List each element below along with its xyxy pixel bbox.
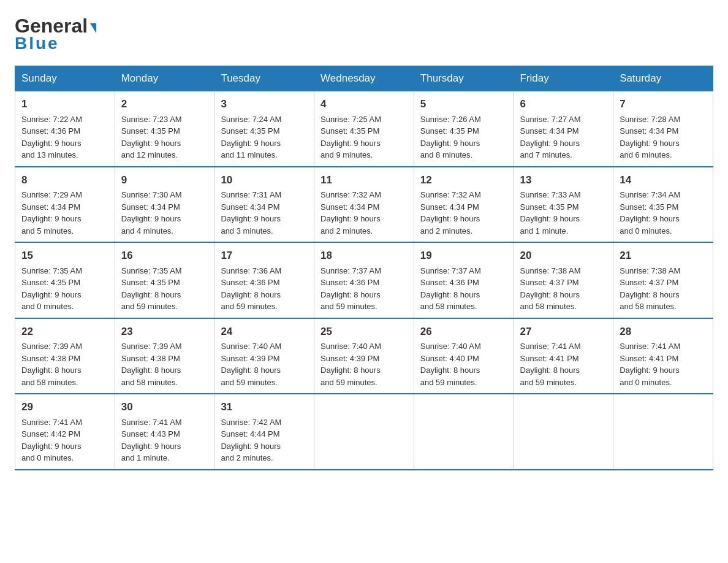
day-info: Sunrise: 7:41 AM Sunset: 4:43 PM Dayligh… (121, 416, 208, 464)
weekday-header-sunday: Sunday (15, 66, 115, 91)
calendar-cell: 9 Sunrise: 7:30 AM Sunset: 4:34 PM Dayli… (115, 167, 214, 243)
day-number: 18 (320, 248, 408, 264)
logo-triangle-icon (90, 23, 96, 33)
day-number: 15 (21, 248, 108, 264)
day-info: Sunrise: 7:37 AM Sunset: 4:36 PM Dayligh… (320, 265, 408, 313)
day-number: 14 (620, 172, 707, 188)
calendar-cell: 1 Sunrise: 7:22 AM Sunset: 4:36 PM Dayli… (15, 91, 115, 167)
day-number: 30 (121, 399, 208, 415)
calendar-cell: 27 Sunrise: 7:41 AM Sunset: 4:41 PM Dayl… (514, 318, 613, 394)
day-info: Sunrise: 7:40 AM Sunset: 4:39 PM Dayligh… (221, 340, 308, 388)
day-info: Sunrise: 7:33 AM Sunset: 4:35 PM Dayligh… (520, 189, 607, 237)
day-number: 20 (520, 248, 607, 264)
day-number: 24 (221, 324, 308, 340)
calendar-cell: 16 Sunrise: 7:35 AM Sunset: 4:35 PM Dayl… (115, 242, 214, 318)
day-info: Sunrise: 7:31 AM Sunset: 4:34 PM Dayligh… (221, 189, 308, 237)
day-info: Sunrise: 7:37 AM Sunset: 4:36 PM Dayligh… (420, 265, 507, 313)
day-number: 5 (420, 96, 507, 112)
day-info: Sunrise: 7:42 AM Sunset: 4:44 PM Dayligh… (221, 416, 308, 464)
calendar-cell: 12 Sunrise: 7:32 AM Sunset: 4:34 PM Dayl… (414, 167, 514, 243)
day-info: Sunrise: 7:27 AM Sunset: 4:34 PM Dayligh… (520, 113, 607, 161)
calendar-cell: 21 Sunrise: 7:38 AM Sunset: 4:37 PM Dayl… (613, 242, 713, 318)
calendar-cell: 3 Sunrise: 7:24 AM Sunset: 4:35 PM Dayli… (214, 91, 314, 167)
weekday-header-friday: Friday (514, 66, 613, 91)
day-info: Sunrise: 7:23 AM Sunset: 4:35 PM Dayligh… (121, 113, 208, 161)
calendar-cell: 13 Sunrise: 7:33 AM Sunset: 4:35 PM Dayl… (514, 167, 613, 243)
weekday-header-tuesday: Tuesday (214, 66, 314, 91)
calendar-week-row: 22 Sunrise: 7:39 AM Sunset: 4:38 PM Dayl… (15, 318, 713, 394)
day-number: 7 (620, 96, 707, 112)
day-info: Sunrise: 7:32 AM Sunset: 4:34 PM Dayligh… (320, 189, 408, 237)
weekday-header-saturday: Saturday (613, 66, 713, 91)
calendar-cell (314, 394, 414, 470)
calendar-cell: 7 Sunrise: 7:28 AM Sunset: 4:34 PM Dayli… (613, 91, 713, 167)
calendar-cell: 22 Sunrise: 7:39 AM Sunset: 4:38 PM Dayl… (15, 318, 115, 394)
calendar-cell (514, 394, 613, 470)
calendar-cell: 18 Sunrise: 7:37 AM Sunset: 4:36 PM Dayl… (314, 242, 414, 318)
calendar-cell: 26 Sunrise: 7:40 AM Sunset: 4:40 PM Dayl… (414, 318, 514, 394)
calendar-cell: 28 Sunrise: 7:41 AM Sunset: 4:41 PM Dayl… (613, 318, 713, 394)
day-number: 1 (21, 96, 108, 112)
day-info: Sunrise: 7:38 AM Sunset: 4:37 PM Dayligh… (620, 265, 707, 313)
day-number: 27 (520, 324, 607, 340)
page-header: General Blue (15, 15, 713, 53)
calendar-cell: 6 Sunrise: 7:27 AM Sunset: 4:34 PM Dayli… (514, 91, 613, 167)
day-number: 13 (520, 172, 607, 188)
day-info: Sunrise: 7:39 AM Sunset: 4:38 PM Dayligh… (21, 340, 108, 388)
calendar-cell: 30 Sunrise: 7:41 AM Sunset: 4:43 PM Dayl… (115, 394, 214, 470)
calendar-cell: 15 Sunrise: 7:35 AM Sunset: 4:35 PM Dayl… (15, 242, 115, 318)
logo: General Blue (15, 15, 96, 53)
calendar-week-row: 1 Sunrise: 7:22 AM Sunset: 4:36 PM Dayli… (15, 91, 713, 167)
day-info: Sunrise: 7:29 AM Sunset: 4:34 PM Dayligh… (21, 189, 108, 237)
calendar-cell: 31 Sunrise: 7:42 AM Sunset: 4:44 PM Dayl… (214, 394, 314, 470)
day-info: Sunrise: 7:35 AM Sunset: 4:35 PM Dayligh… (121, 265, 208, 313)
day-info: Sunrise: 7:24 AM Sunset: 4:35 PM Dayligh… (221, 113, 308, 161)
day-info: Sunrise: 7:22 AM Sunset: 4:36 PM Dayligh… (21, 113, 108, 161)
calendar-week-row: 15 Sunrise: 7:35 AM Sunset: 4:35 PM Dayl… (15, 242, 713, 318)
day-info: Sunrise: 7:26 AM Sunset: 4:35 PM Dayligh… (420, 113, 507, 161)
day-number: 16 (121, 248, 208, 264)
day-number: 9 (121, 172, 208, 188)
calendar-week-row: 8 Sunrise: 7:29 AM Sunset: 4:34 PM Dayli… (15, 167, 713, 243)
day-number: 22 (21, 324, 108, 340)
day-info: Sunrise: 7:40 AM Sunset: 4:40 PM Dayligh… (420, 340, 507, 388)
calendar-cell: 8 Sunrise: 7:29 AM Sunset: 4:34 PM Dayli… (15, 167, 115, 243)
day-number: 31 (221, 399, 308, 415)
calendar-cell: 5 Sunrise: 7:26 AM Sunset: 4:35 PM Dayli… (414, 91, 514, 167)
calendar-cell: 11 Sunrise: 7:32 AM Sunset: 4:34 PM Dayl… (314, 167, 414, 243)
day-number: 17 (221, 248, 308, 264)
day-info: Sunrise: 7:30 AM Sunset: 4:34 PM Dayligh… (121, 189, 208, 237)
logo-blue: Blue (15, 34, 59, 53)
day-number: 6 (520, 96, 607, 112)
day-info: Sunrise: 7:28 AM Sunset: 4:34 PM Dayligh… (620, 113, 707, 161)
calendar-cell: 10 Sunrise: 7:31 AM Sunset: 4:34 PM Dayl… (214, 167, 314, 243)
day-number: 8 (21, 172, 108, 188)
day-number: 26 (420, 324, 507, 340)
calendar-week-row: 29 Sunrise: 7:41 AM Sunset: 4:42 PM Dayl… (15, 394, 713, 470)
calendar-cell: 20 Sunrise: 7:38 AM Sunset: 4:37 PM Dayl… (514, 242, 613, 318)
weekday-header-wednesday: Wednesday (314, 66, 414, 91)
day-info: Sunrise: 7:41 AM Sunset: 4:42 PM Dayligh… (21, 416, 108, 464)
day-info: Sunrise: 7:32 AM Sunset: 4:34 PM Dayligh… (420, 189, 507, 237)
day-number: 23 (121, 324, 208, 340)
day-info: Sunrise: 7:41 AM Sunset: 4:41 PM Dayligh… (620, 340, 707, 388)
day-info: Sunrise: 7:36 AM Sunset: 4:36 PM Dayligh… (221, 265, 308, 313)
calendar-cell: 2 Sunrise: 7:23 AM Sunset: 4:35 PM Dayli… (115, 91, 214, 167)
day-info: Sunrise: 7:40 AM Sunset: 4:39 PM Dayligh… (320, 340, 408, 388)
day-info: Sunrise: 7:41 AM Sunset: 4:41 PM Dayligh… (520, 340, 607, 388)
day-number: 12 (420, 172, 507, 188)
calendar-cell: 14 Sunrise: 7:34 AM Sunset: 4:35 PM Dayl… (613, 167, 713, 243)
day-number: 10 (221, 172, 308, 188)
day-number: 29 (21, 399, 108, 415)
calendar-cell (414, 394, 514, 470)
day-number: 19 (420, 248, 507, 264)
calendar-cell: 24 Sunrise: 7:40 AM Sunset: 4:39 PM Dayl… (214, 318, 314, 394)
calendar-cell: 23 Sunrise: 7:39 AM Sunset: 4:38 PM Dayl… (115, 318, 214, 394)
day-number: 2 (121, 96, 208, 112)
day-info: Sunrise: 7:34 AM Sunset: 4:35 PM Dayligh… (620, 189, 707, 237)
calendar-cell: 4 Sunrise: 7:25 AM Sunset: 4:35 PM Dayli… (314, 91, 414, 167)
weekday-header-monday: Monday (115, 66, 214, 91)
calendar-cell: 17 Sunrise: 7:36 AM Sunset: 4:36 PM Dayl… (214, 242, 314, 318)
weekday-header-row: SundayMondayTuesdayWednesdayThursdayFrid… (15, 66, 713, 91)
calendar-cell: 25 Sunrise: 7:40 AM Sunset: 4:39 PM Dayl… (314, 318, 414, 394)
